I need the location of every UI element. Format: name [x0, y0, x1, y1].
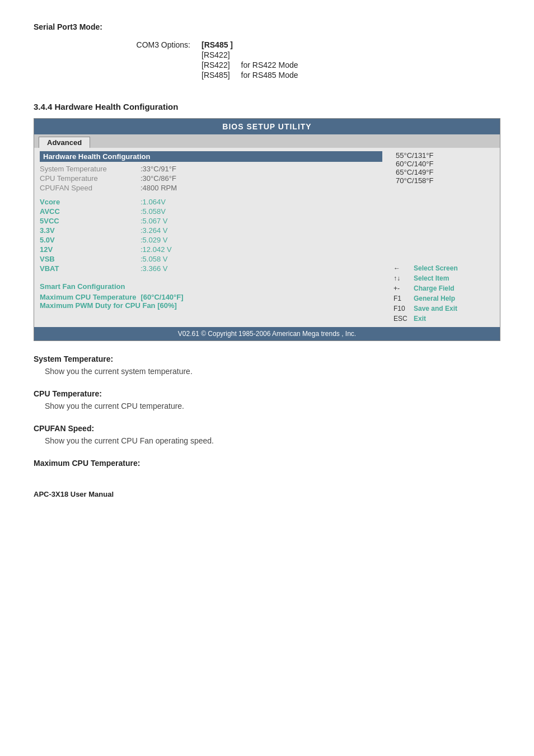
hw-section-title: 3.4.4 Hardware Health Configuration — [34, 102, 500, 111]
system-temp-row: System Temperature :33°C/91°F — [40, 164, 382, 174]
key-plus-minus: +- — [394, 284, 410, 292]
vcore-value: :1.064V — [140, 198, 191, 206]
charge-field-label: Charge Field — [414, 284, 455, 292]
general-help-label: General Help — [414, 295, 455, 302]
help-select-screen: ← Select Screen — [394, 263, 494, 273]
vsb-value: :5.058 V — [140, 255, 191, 263]
3v3-value: :3.264 V — [140, 226, 191, 235]
smart-fan-section: Smart Fan Configuration Maximum CPU Temp… — [40, 282, 382, 310]
max-cpu-row: Maximum CPU Temperature [60°C/140°F] — [40, 293, 382, 301]
cpufan-speed-row: CPUFAN Speed :4800 RPM — [40, 183, 382, 193]
max-cpu-temp-desc: Maximum CPU Temperature: — [34, 459, 500, 468]
cpu-temp-row: CPU Temperature :30°C/86°F — [40, 174, 382, 183]
com3-option-selected: [RS485 ] — [202, 40, 298, 49]
temp-opt-60: 60°C/140°F — [396, 160, 494, 168]
select-screen-label: Select Screen — [414, 264, 458, 272]
max-cpu-label: Maximum CPU Temperature — [40, 293, 136, 301]
vbat-value: :3.366 V — [140, 264, 191, 273]
save-exit-label: Save and Exit — [414, 305, 457, 312]
system-temp-desc-text: Show you the current system temperature. — [45, 367, 500, 376]
12v-label: 12V — [40, 245, 140, 254]
5v0-label: 5.0V — [40, 236, 140, 244]
serial-port-title: Serial Port3 Mode: — [34, 22, 500, 31]
system-temp-desc-title: System Temperature: — [34, 354, 500, 363]
temp-opt-65: 65°C/149°F — [396, 168, 494, 176]
smart-fan-title: Smart Fan Configuration — [40, 282, 382, 291]
temp-opt-70: 70°C/158°F — [396, 176, 494, 185]
help-charge-field: +- Charge Field — [394, 283, 494, 293]
5v0-row: 5.0V :5.029 V — [40, 235, 382, 245]
help-esc: ESC Exit — [394, 314, 494, 324]
bios-left-panel: Hardware Health Configuration System Tem… — [34, 148, 388, 327]
bios-right-panel: 55°C/131°F 60°C/140°F 65°C/149°F 70°C/15… — [388, 148, 500, 327]
avcc-label: AVCC — [40, 207, 140, 216]
cpu-temp-label: CPU Temperature — [40, 174, 140, 183]
cpu-temp-desc-text: Show you the current CPU temperature. — [45, 402, 500, 410]
vcore-label: Vcore — [40, 198, 140, 206]
5vcc-label: 5VCC — [40, 217, 140, 225]
bios-table: BIOS SETUP UTILITY Advanced Hardware Hea… — [34, 118, 500, 341]
12v-value: :12.042 V — [140, 245, 191, 254]
com3-label: COM3 Options: — [123, 40, 190, 49]
vsb-row: VSB :5.058 V — [40, 254, 382, 264]
cpufan-speed-desc-text: Show you the current CPU Fan operating s… — [45, 436, 500, 445]
system-temp-value: :33°C/91°F — [140, 165, 191, 173]
5v0-value: :5.029 V — [140, 236, 191, 244]
key-esc: ESC — [394, 315, 410, 323]
help-save-exit: F10 Save and Exit — [394, 304, 494, 314]
key-up-down: ↑↓ — [394, 274, 410, 282]
temp-options: 55°C/131°F 60°C/140°F 65°C/149°F 70°C/15… — [394, 151, 494, 185]
com3-option-rs422-mode: [RS422] for RS422 Mode — [202, 60, 298, 69]
bios-header: BIOS SETUP UTILITY — [34, 119, 500, 134]
cpu-temp-desc-title: CPU Temperature: — [34, 389, 500, 398]
key-f10: F10 — [394, 305, 410, 312]
system-temp-desc: System Temperature: Show you the current… — [34, 354, 500, 376]
vbat-row: VBAT :3.366 V — [40, 264, 382, 273]
cpufan-speed-label: CPUFAN Speed — [40, 184, 140, 192]
12v-row: 12V :12.042 V — [40, 245, 382, 254]
5vcc-value: :5.067 V — [140, 217, 191, 225]
bios-tab-advanced[interactable]: Advanced — [39, 137, 90, 148]
key-left-arrow: ← — [394, 264, 410, 272]
cpu-temp-desc: CPU Temperature: Show you the current CP… — [34, 389, 500, 410]
vbat-label: VBAT — [40, 264, 140, 273]
cpufan-speed-value: :4800 RPM — [140, 184, 191, 192]
bios-tabs: Advanced — [34, 134, 500, 148]
temp-opt-55: 55°C/131°F — [396, 151, 494, 160]
key-f1: F1 — [394, 295, 410, 302]
avcc-value: :5.058V — [140, 207, 191, 216]
help-select-item: ↑↓ Select Item — [394, 273, 494, 283]
vsb-label: VSB — [40, 255, 140, 263]
help-general-help: F1 General Help — [394, 293, 494, 304]
bios-section-header: Hardware Health Configuration — [40, 151, 382, 162]
com3-options-list: [RS485 ] [RS422] [RS422] for RS422 Mode … — [202, 40, 298, 80]
avcc-row: AVCC :5.058V — [40, 207, 382, 216]
cpufan-speed-desc: CPUFAN Speed: Show you the current CPU F… — [34, 424, 500, 445]
system-temp-label: System Temperature — [40, 165, 140, 173]
page-footer: APC-3X18 User Manual — [34, 490, 500, 498]
max-pwm-row: Maximum PWM Duty for CPU Fan [60%] — [40, 301, 382, 310]
bios-body: Hardware Health Configuration System Tem… — [34, 148, 500, 327]
max-cpu-value: [60°C/140°F] — [140, 293, 183, 301]
bios-help: ← Select Screen ↑↓ Select Item +- Charge… — [394, 263, 494, 324]
3v3-label: 3.3V — [40, 226, 140, 235]
com3-option-rs485-mode: [RS485] for RS485 Mode — [202, 71, 298, 80]
esc-exit-label: Exit — [414, 315, 426, 323]
cpu-temp-value: :30°C/86°F — [140, 174, 191, 183]
select-item-label: Select Item — [414, 274, 449, 282]
com3-option-rs422: [RS422] — [202, 50, 298, 59]
vcore-row: Vcore :1.064V — [40, 197, 382, 207]
max-cpu-temp-desc-title: Maximum CPU Temperature: — [34, 459, 500, 468]
5vcc-row: 5VCC :5.067 V — [40, 216, 382, 226]
3v3-row: 3.3V :3.264 V — [40, 226, 382, 235]
cpufan-speed-desc-title: CPUFAN Speed: — [34, 424, 500, 433]
bios-footer: V02.61 © Copyright 1985-2006 American Me… — [34, 327, 500, 340]
